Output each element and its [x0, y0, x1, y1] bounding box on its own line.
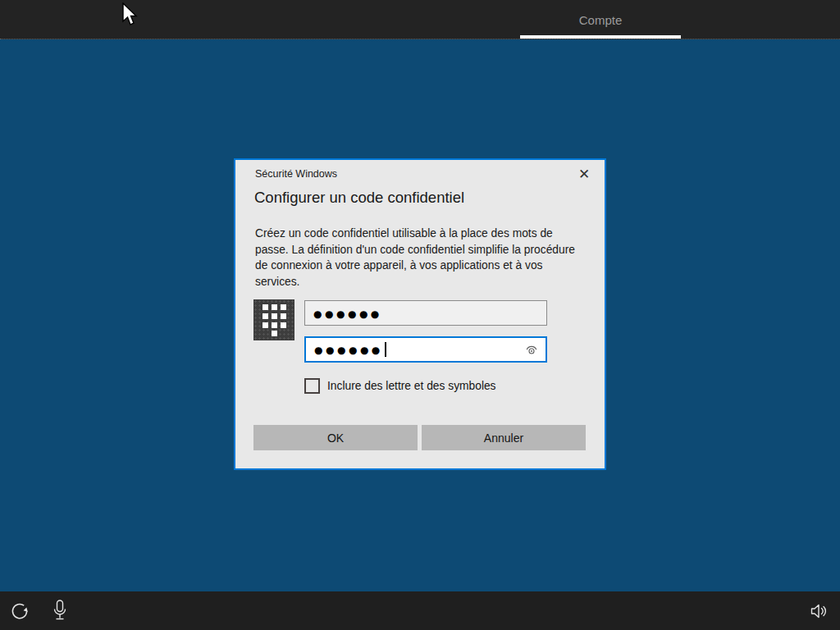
microphone-icon	[51, 600, 69, 622]
include-letters-checkbox[interactable]	[304, 378, 320, 394]
volume-button[interactable]	[801, 591, 837, 630]
include-letters-row: Inclure des lettre et des symboles	[304, 377, 496, 394]
oobe-screen: { "topbar": { "tab_label": "Compte" }, "…	[0, 0, 840, 630]
ease-of-access-icon	[10, 601, 30, 621]
cancel-button-label: Annuler	[484, 431, 523, 445]
ok-button-label: OK	[327, 431, 344, 445]
cancel-button[interactable]: Annuler	[422, 425, 586, 450]
pin-input[interactable]: ●●●●●●	[304, 300, 547, 326]
text-caret	[385, 342, 386, 357]
tab-active-underline	[520, 35, 681, 39]
ease-of-access-button[interactable]	[2, 591, 38, 630]
pin-keypad-icon	[253, 299, 294, 340]
close-button[interactable]: ✕	[573, 163, 595, 185]
volume-icon	[810, 603, 828, 619]
ok-button[interactable]: OK	[253, 425, 418, 450]
dialog-heading: Configurer un code confidentiel	[254, 189, 464, 207]
bottom-system-bar	[0, 591, 840, 630]
reveal-password-icon[interactable]	[524, 342, 539, 357]
pin-input-value: ●●●●●●	[313, 308, 382, 319]
microphone-button[interactable]	[42, 591, 78, 630]
tab-compte[interactable]: Compte	[520, 0, 681, 39]
dialog-description: Créez un code confidentiel utilisable à …	[255, 226, 588, 290]
dialog-title: Sécurité Windows	[255, 168, 337, 180]
include-letters-label: Inclure des lettre et des symboles	[327, 380, 496, 392]
windows-security-dialog: Sécurité Windows ✕ Configurer un code co…	[234, 158, 606, 470]
mouse-cursor	[121, 2, 139, 27]
confirm-pin-input[interactable]: ●●●●●●	[304, 336, 547, 363]
close-icon: ✕	[578, 167, 590, 181]
tab-compte-label: Compte	[579, 13, 623, 27]
confirm-pin-input-value: ●●●●●●	[314, 345, 383, 356]
